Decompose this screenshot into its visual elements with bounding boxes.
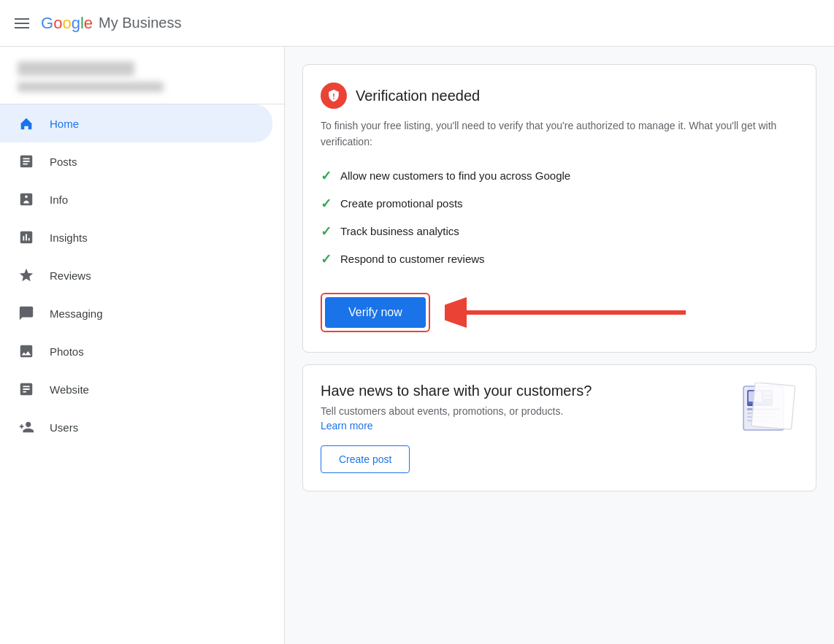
messaging-icon [18, 304, 35, 322]
news-text-section: Have news to share with your customers? … [321, 383, 728, 432]
insights-icon [18, 229, 35, 246]
check-item-1: ✓ Allow new customers to find you across… [321, 162, 798, 190]
sidebar-item-website[interactable]: Website [0, 370, 272, 408]
sidebar-item-insights[interactable]: Insights [0, 218, 272, 256]
sidebar-item-users-label: Users [50, 421, 78, 434]
business-info [0, 47, 284, 104]
check-item-3: ✓ Track business analytics [321, 218, 798, 245]
check-item-2: ✓ Create promotional posts [321, 190, 798, 218]
shield-error-icon [321, 83, 347, 109]
verify-section: Verify now [321, 291, 798, 334]
sidebar-item-reviews-label: Reviews [50, 269, 91, 282]
create-post-button[interactable]: Create post [321, 445, 410, 473]
verification-checklist: ✓ Allow new customers to find you across… [321, 162, 798, 273]
red-arrow-svg [445, 291, 693, 334]
website-icon [18, 380, 35, 398]
checkmark-icon-1: ✓ [321, 168, 332, 184]
app-logo: Google My Business [41, 14, 181, 33]
newspaper-svg [740, 383, 798, 434]
news-description: Tell customers about events, promotions,… [321, 405, 728, 417]
logo-my-business-text: My Business [99, 15, 181, 31]
sidebar-item-reviews[interactable]: Reviews [0, 256, 272, 294]
check-item-4: ✓ Respond to customer reviews [321, 245, 798, 273]
main-layout: Home Posts Info [0, 47, 834, 644]
google-wordmark: Google [41, 14, 93, 33]
check-item-1-label: Allow new customers to find you across G… [340, 169, 570, 182]
verify-now-button[interactable]: Verify now [325, 297, 426, 328]
home-icon [18, 115, 35, 132]
news-content: Have news to share with your customers? … [321, 383, 798, 434]
news-title: Have news to share with your customers? [321, 383, 728, 399]
svg-rect-12 [751, 383, 795, 429]
check-item-2-label: Create promotional posts [340, 197, 463, 210]
checkmark-icon-2: ✓ [321, 196, 332, 212]
business-name [18, 61, 134, 76]
check-item-4-label: Respond to customer reviews [340, 253, 485, 265]
news-illustration [740, 383, 798, 434]
checkmark-icon-3: ✓ [321, 223, 332, 239]
sidebar: Home Posts Info [0, 47, 285, 644]
logo-letter-g2: g [72, 14, 80, 33]
hamburger-menu[interactable] [15, 18, 29, 28]
reviews-icon [18, 267, 35, 284]
sidebar-item-info[interactable]: Info [0, 180, 272, 218]
check-item-3-label: Track business analytics [340, 225, 459, 237]
sidebar-item-website-label: Website [50, 383, 89, 396]
sidebar-item-info-label: Info [50, 193, 68, 206]
sidebar-item-photos[interactable]: Photos [0, 332, 272, 370]
sidebar-item-messaging[interactable]: Messaging [0, 294, 272, 332]
learn-more-link[interactable]: Learn more [321, 420, 373, 432]
arrow-annotation [445, 291, 693, 334]
sidebar-item-messaging-label: Messaging [50, 307, 103, 320]
sidebar-item-posts-label: Posts [50, 156, 77, 168]
users-icon [18, 418, 35, 436]
sidebar-item-home[interactable]: Home [0, 104, 272, 142]
verification-card: Verification needed To finish your free … [302, 64, 816, 353]
logo-letter-o1: o [53, 14, 62, 33]
app-header: Google My Business [0, 0, 834, 47]
verify-button-wrapper: Verify now [321, 293, 430, 332]
logo-letter-g: G [41, 14, 53, 33]
posts-icon [18, 153, 35, 170]
verification-title: Verification needed [356, 88, 480, 104]
business-address [18, 82, 164, 92]
verification-description: To finish your free listing, you'll need… [321, 118, 798, 150]
news-card: Have news to share with your customers? … [302, 364, 816, 491]
sidebar-item-insights-label: Insights [50, 231, 88, 244]
checkmark-icon-4: ✓ [321, 251, 332, 267]
main-content: Verification needed To finish your free … [285, 47, 834, 644]
sidebar-item-home-label: Home [50, 118, 79, 130]
info-icon [18, 191, 35, 208]
photos-icon [18, 342, 35, 360]
sidebar-item-photos-label: Photos [50, 345, 84, 358]
verification-header: Verification needed [321, 83, 798, 109]
sidebar-item-users[interactable]: Users [0, 408, 272, 446]
sidebar-item-posts[interactable]: Posts [0, 142, 272, 180]
logo-letter-e: e [84, 14, 93, 33]
logo-letter-o2: o [62, 14, 71, 33]
